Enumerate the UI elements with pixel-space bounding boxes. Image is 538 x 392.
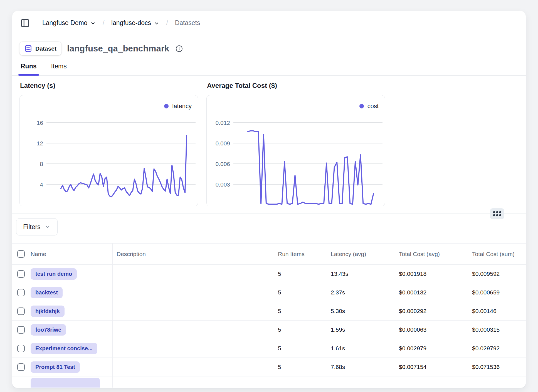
filters-button[interactable]: Filters bbox=[16, 218, 58, 235]
svg-text:12: 12 bbox=[37, 140, 43, 147]
chevron-down-icon bbox=[90, 21, 96, 26]
run-name-pill[interactable]: hjkfdshjk bbox=[31, 306, 65, 317]
app-window: Langfuse Demo / langfuse-docs / Datasets… bbox=[12, 11, 526, 388]
table-row[interactable]: hjkfdshjk 5 5.30s $0.000292 $0.00146 bbox=[12, 302, 526, 321]
table-row-partial[interactable] bbox=[12, 376, 526, 388]
legend-dot-icon bbox=[359, 104, 364, 108]
run-total-cost-avg: $0.002979 bbox=[392, 345, 465, 352]
run-total-cost-sum: $0.000659 bbox=[465, 289, 526, 296]
chevron-down-icon bbox=[45, 224, 51, 230]
run-items-count: 5 bbox=[271, 326, 324, 333]
tab-runs[interactable]: Runs bbox=[19, 63, 38, 76]
panel-divider bbox=[12, 214, 526, 214]
breadcrumb-org-label: Langfuse Demo bbox=[42, 19, 87, 27]
breadcrumb-page[interactable]: Datasets bbox=[175, 19, 200, 27]
latency-legend: latency bbox=[164, 103, 192, 110]
database-icon bbox=[24, 45, 32, 52]
row-checkbox[interactable] bbox=[17, 363, 25, 371]
runs-table: Name Description Run Items Latency (avg)… bbox=[12, 243, 526, 388]
legend-dot-icon bbox=[164, 104, 169, 108]
column-header-run-items: Run Items bbox=[271, 251, 324, 257]
run-latency-avg: 5.30s bbox=[324, 308, 392, 314]
run-total-cost-sum: $0.00146 bbox=[465, 308, 526, 314]
tab-items[interactable]: Items bbox=[50, 63, 68, 76]
run-latency-avg: 13.43s bbox=[324, 271, 392, 277]
column-header-name: Name bbox=[28, 244, 113, 264]
table-row[interactable]: test run demo 5 13.43s $0.001918 $0.0095… bbox=[12, 265, 526, 283]
run-items-count: 5 bbox=[271, 364, 324, 370]
run-total-cost-sum: $0.029792 bbox=[465, 345, 526, 352]
svg-text:0.003: 0.003 bbox=[215, 181, 230, 188]
run-items-count: 5 bbox=[271, 289, 324, 296]
breadcrumb-project[interactable]: langfuse-docs bbox=[111, 19, 159, 27]
breadcrumb-separator: / bbox=[166, 19, 168, 27]
dataset-badge-label: Dataset bbox=[35, 45, 56, 52]
row-checkbox[interactable] bbox=[17, 289, 25, 296]
legend-label: cost bbox=[367, 103, 379, 110]
svg-text:16: 16 bbox=[37, 120, 43, 126]
filters-button-label: Filters bbox=[23, 223, 41, 231]
latency-line-plot: 161284 bbox=[20, 95, 198, 206]
column-header-total-cost-sum: Total Cost (sum) bbox=[465, 251, 526, 257]
select-all-checkbox[interactable] bbox=[17, 250, 25, 258]
table-row[interactable]: backtest 5 2.37s $0.000132 $0.000659 bbox=[12, 283, 526, 302]
run-name-pill[interactable]: foo78riwe bbox=[31, 324, 66, 336]
breadcrumb: Langfuse Demo / langfuse-docs / Datasets bbox=[12, 11, 526, 35]
run-name-pill[interactable]: test run demo bbox=[31, 268, 77, 280]
page-title: langfuse_qa_benchmark bbox=[67, 44, 169, 54]
resize-handle[interactable] bbox=[490, 208, 504, 219]
breadcrumb-org[interactable]: Langfuse Demo bbox=[42, 19, 96, 27]
run-total-cost-sum: $0.071536 bbox=[465, 364, 526, 370]
breadcrumb-project-label: langfuse-docs bbox=[111, 19, 151, 27]
latency-chart-block: Latency (s) latency 161284 bbox=[19, 82, 198, 206]
cost-legend: cost bbox=[359, 103, 379, 110]
svg-text:8: 8 bbox=[40, 161, 43, 167]
sidebar-toggle-icon[interactable] bbox=[20, 18, 30, 28]
column-header-description: Description bbox=[113, 251, 271, 257]
column-header-latency-avg: Latency (avg) bbox=[324, 251, 392, 257]
column-header-total-cost-avg: Total Cost (avg) bbox=[392, 251, 465, 257]
run-total-cost-sum: $0.000315 bbox=[465, 326, 526, 333]
table-header-row: Name Description Run Items Latency (avg)… bbox=[12, 243, 526, 265]
run-latency-avg: 1.61s bbox=[324, 345, 392, 352]
table-row[interactable]: Experiment concise... 5 1.61s $0.002979 … bbox=[12, 339, 526, 358]
svg-text:4: 4 bbox=[40, 181, 43, 188]
run-items-count: 5 bbox=[271, 271, 324, 277]
row-checkbox[interactable] bbox=[17, 307, 25, 315]
run-total-cost-avg: $0.000292 bbox=[392, 308, 465, 314]
run-items-count: 5 bbox=[271, 308, 324, 314]
run-total-cost-avg: $0.000063 bbox=[392, 326, 465, 333]
run-total-cost-avg: $0.001918 bbox=[392, 271, 465, 277]
svg-text:0.009: 0.009 bbox=[215, 140, 230, 147]
tab-bar: Runs Items bbox=[19, 63, 519, 76]
cost-chart: cost 0.0120.0090.0060.003 bbox=[206, 95, 385, 206]
run-latency-avg: 1.59s bbox=[324, 326, 392, 333]
run-name-pill[interactable]: Prompt 81 Test bbox=[31, 361, 80, 373]
run-latency-avg: 7.68s bbox=[324, 364, 392, 370]
run-latency-avg: 2.37s bbox=[324, 289, 392, 296]
charts-panel: Latency (s) latency 161284 Average Total… bbox=[12, 76, 526, 206]
run-name-pill[interactable] bbox=[31, 378, 100, 388]
run-total-cost-sum: $0.009592 bbox=[465, 271, 526, 277]
row-checkbox[interactable] bbox=[17, 326, 25, 334]
grip-dots-icon bbox=[493, 211, 501, 216]
svg-text:0.012: 0.012 bbox=[215, 120, 230, 126]
row-checkbox[interactable] bbox=[17, 270, 25, 278]
latency-chart-title: Latency (s) bbox=[20, 82, 198, 90]
table-body: test run demo 5 13.43s $0.001918 $0.0095… bbox=[12, 265, 526, 376]
svg-text:0.006: 0.006 bbox=[215, 161, 230, 167]
cost-chart-block: Average Total Cost ($) cost 0.0120.0090.… bbox=[206, 82, 384, 206]
run-name-pill[interactable]: backtest bbox=[31, 287, 63, 298]
run-total-cost-avg: $0.007154 bbox=[392, 364, 465, 370]
legend-label: latency bbox=[172, 103, 192, 110]
run-total-cost-avg: $0.000132 bbox=[392, 289, 465, 296]
table-row[interactable]: Prompt 81 Test 5 7.68s $0.007154 $0.0715… bbox=[12, 358, 526, 376]
chevron-down-icon bbox=[154, 21, 159, 26]
info-icon[interactable] bbox=[176, 45, 183, 52]
cost-chart-title: Average Total Cost ($) bbox=[207, 82, 384, 90]
run-name-pill[interactable]: Experiment concise... bbox=[31, 343, 97, 354]
row-checkbox[interactable] bbox=[17, 345, 25, 352]
table-row[interactable]: foo78riwe 5 1.59s $0.000063 $0.000315 bbox=[12, 321, 526, 339]
latency-chart: latency 161284 bbox=[19, 95, 198, 206]
run-items-count: 5 bbox=[271, 345, 324, 352]
